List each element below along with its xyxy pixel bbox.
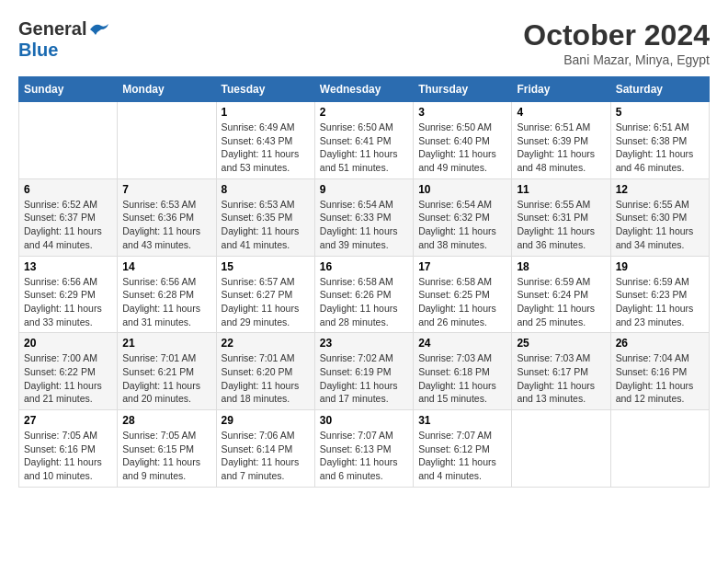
calendar-cell: 18Sunrise: 6:59 AMSunset: 6:24 PMDayligh…	[512, 256, 610, 333]
calendar-cell: 23Sunrise: 7:02 AMSunset: 6:19 PMDayligh…	[314, 333, 413, 410]
weekday-header-wednesday: Wednesday	[314, 77, 413, 102]
day-number: 30	[320, 414, 408, 427]
calendar-cell: 4Sunrise: 6:51 AMSunset: 6:39 PMDaylight…	[512, 102, 610, 179]
day-number: 17	[418, 260, 506, 273]
day-info: Sunrise: 6:54 AMSunset: 6:32 PMDaylight:…	[418, 198, 506, 252]
day-info: Sunrise: 6:51 AMSunset: 6:38 PMDaylight:…	[616, 121, 704, 175]
day-info: Sunrise: 6:59 AMSunset: 6:23 PMDaylight:…	[616, 275, 704, 329]
day-info: Sunrise: 7:01 AMSunset: 6:20 PMDaylight:…	[222, 351, 310, 406]
logo-general-text: General	[18, 18, 86, 40]
calendar-cell: 24Sunrise: 7:03 AMSunset: 6:18 PMDayligh…	[414, 333, 512, 410]
day-info: Sunrise: 7:07 AMSunset: 6:13 PMDaylight:…	[320, 429, 408, 483]
day-info: Sunrise: 7:03 AMSunset: 6:18 PMDaylight:…	[418, 351, 506, 406]
day-number: 18	[517, 260, 605, 273]
weekday-header-friday: Friday	[512, 77, 610, 102]
day-info: Sunrise: 6:55 AMSunset: 6:30 PMDaylight:…	[616, 198, 704, 252]
day-info: Sunrise: 6:58 AMSunset: 6:25 PMDaylight:…	[418, 275, 506, 329]
calendar-cell: 14Sunrise: 6:56 AMSunset: 6:28 PMDayligh…	[118, 256, 216, 333]
calendar-cell: 25Sunrise: 7:03 AMSunset: 6:17 PMDayligh…	[512, 333, 610, 410]
day-info: Sunrise: 6:57 AMSunset: 6:27 PMDaylight:…	[222, 275, 310, 329]
day-number: 27	[24, 414, 112, 427]
day-info: Sunrise: 7:00 AMSunset: 6:22 PMDaylight:…	[24, 351, 112, 406]
weekday-header-monday: Monday	[118, 77, 216, 102]
calendar-cell: 2Sunrise: 6:50 AMSunset: 6:41 PMDaylight…	[314, 102, 413, 179]
day-number: 22	[222, 337, 310, 350]
day-number: 6	[24, 183, 112, 196]
calendar-cell: 22Sunrise: 7:01 AMSunset: 6:20 PMDayligh…	[216, 333, 314, 410]
weekday-header-saturday: Saturday	[610, 77, 709, 102]
calendar-cell	[19, 102, 118, 179]
day-info: Sunrise: 6:58 AMSunset: 6:26 PMDaylight:…	[320, 275, 408, 329]
day-info: Sunrise: 7:06 AMSunset: 6:14 PMDaylight:…	[222, 429, 310, 483]
day-number: 25	[517, 337, 605, 350]
day-number: 13	[24, 260, 112, 273]
calendar-cell: 16Sunrise: 6:58 AMSunset: 6:26 PMDayligh…	[314, 256, 413, 333]
day-info: Sunrise: 6:59 AMSunset: 6:24 PMDaylight:…	[517, 275, 605, 329]
day-info: Sunrise: 6:56 AMSunset: 6:29 PMDaylight:…	[24, 275, 112, 329]
day-number: 15	[222, 260, 310, 273]
day-info: Sunrise: 7:05 AMSunset: 6:15 PMDaylight:…	[122, 429, 210, 483]
day-info: Sunrise: 6:56 AMSunset: 6:28 PMDaylight:…	[122, 275, 210, 329]
day-number: 9	[320, 183, 408, 196]
day-number: 3	[418, 106, 506, 119]
day-number: 29	[222, 414, 310, 427]
day-number: 14	[122, 260, 210, 273]
day-info: Sunrise: 7:04 AMSunset: 6:16 PMDaylight:…	[616, 351, 704, 406]
day-number: 1	[222, 106, 310, 119]
day-info: Sunrise: 7:02 AMSunset: 6:19 PMDaylight:…	[320, 351, 408, 406]
day-number: 21	[122, 337, 210, 350]
weekday-header-sunday: Sunday	[19, 77, 118, 102]
calendar-cell: 17Sunrise: 6:58 AMSunset: 6:25 PMDayligh…	[414, 256, 512, 333]
calendar-week-row: 27Sunrise: 7:05 AMSunset: 6:16 PMDayligh…	[19, 410, 710, 488]
calendar-week-row: 20Sunrise: 7:00 AMSunset: 6:22 PMDayligh…	[19, 333, 710, 410]
day-number: 10	[418, 183, 506, 196]
day-number: 2	[320, 106, 408, 119]
calendar-cell: 12Sunrise: 6:55 AMSunset: 6:30 PMDayligh…	[610, 178, 709, 256]
day-number: 5	[616, 106, 704, 119]
day-number: 12	[616, 183, 704, 196]
day-number: 19	[616, 260, 704, 273]
calendar-cell: 1Sunrise: 6:49 AMSunset: 6:43 PMDaylight…	[216, 102, 314, 179]
title-section: October 2024 Bani Mazar, Minya, Egypt	[523, 18, 710, 67]
day-number: 24	[418, 337, 506, 350]
day-number: 26	[616, 337, 704, 350]
calendar-week-row: 13Sunrise: 6:56 AMSunset: 6:29 PMDayligh…	[19, 256, 710, 333]
calendar-cell	[118, 102, 216, 179]
day-info: Sunrise: 6:55 AMSunset: 6:31 PMDaylight:…	[517, 198, 605, 252]
day-number: 4	[517, 106, 605, 119]
page-header: General Blue October 2024 Bani Mazar, Mi…	[18, 18, 710, 67]
day-info: Sunrise: 6:53 AMSunset: 6:35 PMDaylight:…	[222, 198, 310, 252]
calendar-table: SundayMondayTuesdayWednesdayThursdayFrid…	[18, 76, 710, 488]
calendar-cell: 28Sunrise: 7:05 AMSunset: 6:15 PMDayligh…	[118, 410, 216, 488]
day-number: 16	[320, 260, 408, 273]
day-info: Sunrise: 6:51 AMSunset: 6:39 PMDaylight:…	[517, 121, 605, 175]
calendar-cell: 27Sunrise: 7:05 AMSunset: 6:16 PMDayligh…	[19, 410, 118, 488]
day-number: 28	[122, 414, 210, 427]
day-info: Sunrise: 6:53 AMSunset: 6:36 PMDaylight:…	[122, 198, 210, 252]
logo: General Blue	[18, 18, 110, 61]
calendar-week-row: 6Sunrise: 6:52 AMSunset: 6:37 PMDaylight…	[19, 178, 710, 256]
calendar-cell: 13Sunrise: 6:56 AMSunset: 6:29 PMDayligh…	[19, 256, 118, 333]
logo-blue-text: Blue	[18, 40, 58, 61]
calendar-cell: 3Sunrise: 6:50 AMSunset: 6:40 PMDaylight…	[414, 102, 512, 179]
weekday-header-row: SundayMondayTuesdayWednesdayThursdayFrid…	[19, 77, 710, 102]
month-title: October 2024	[523, 18, 710, 52]
day-number: 8	[222, 183, 310, 196]
weekday-header-tuesday: Tuesday	[216, 77, 314, 102]
day-info: Sunrise: 6:52 AMSunset: 6:37 PMDaylight:…	[24, 198, 112, 252]
day-info: Sunrise: 7:03 AMSunset: 6:17 PMDaylight:…	[517, 351, 605, 406]
day-number: 11	[517, 183, 605, 196]
calendar-cell: 8Sunrise: 6:53 AMSunset: 6:35 PMDaylight…	[216, 178, 314, 256]
location-text: Bani Mazar, Minya, Egypt	[523, 52, 710, 67]
day-number: 20	[24, 337, 112, 350]
calendar-cell: 31Sunrise: 7:07 AMSunset: 6:12 PMDayligh…	[414, 410, 512, 488]
day-info: Sunrise: 6:50 AMSunset: 6:41 PMDaylight:…	[320, 121, 408, 175]
day-number: 31	[418, 414, 506, 427]
calendar-cell: 11Sunrise: 6:55 AMSunset: 6:31 PMDayligh…	[512, 178, 610, 256]
calendar-cell: 21Sunrise: 7:01 AMSunset: 6:21 PMDayligh…	[118, 333, 216, 410]
calendar-week-row: 1Sunrise: 6:49 AMSunset: 6:43 PMDaylight…	[19, 102, 710, 179]
day-info: Sunrise: 7:01 AMSunset: 6:21 PMDaylight:…	[122, 351, 210, 406]
calendar-cell: 9Sunrise: 6:54 AMSunset: 6:33 PMDaylight…	[314, 178, 413, 256]
day-number: 23	[320, 337, 408, 350]
calendar-cell: 30Sunrise: 7:07 AMSunset: 6:13 PMDayligh…	[314, 410, 413, 488]
